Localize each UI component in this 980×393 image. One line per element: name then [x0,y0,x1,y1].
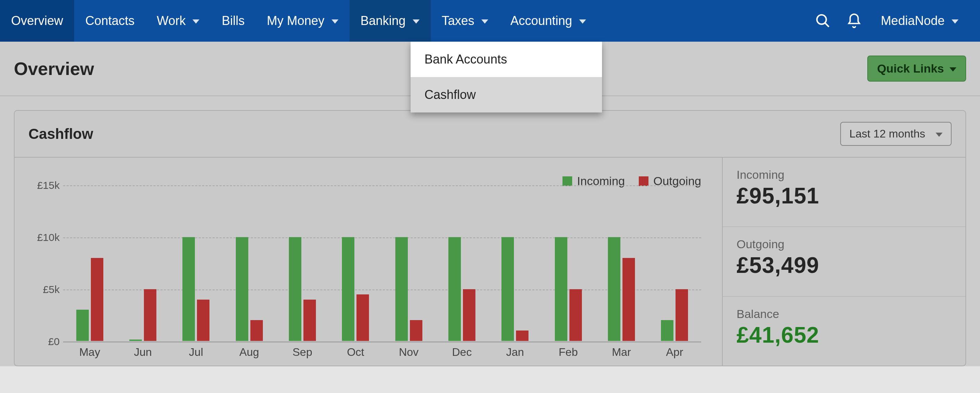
bar-outgoing[interactable] [410,320,422,341]
y-tick-label: £0 [29,336,60,348]
bar-incoming[interactable] [661,320,673,341]
bar-incoming[interactable] [342,237,355,341]
nav-label: My Money [267,14,324,28]
chevron-down-icon [579,19,586,24]
nav-contacts[interactable]: Contacts [74,0,146,42]
cashflow-chart: Incoming Outgoing £0£5k£10k£15k MayJunJu… [14,158,722,366]
x-tick-label: Feb [542,346,595,359]
menu-item-cashflow[interactable]: Cashflow [410,77,602,112]
bar-outgoing[interactable] [304,300,316,341]
chart-column-may [63,175,116,341]
bar-outgoing[interactable] [197,300,210,341]
x-tick-label: Jun [116,346,169,359]
menu-item-bank-accounts[interactable]: Bank Accounts [410,42,602,77]
nav-banking[interactable]: Banking [350,0,431,42]
bar-outgoing[interactable] [250,320,263,341]
chevron-down-icon [481,19,488,24]
chart-column-feb [542,175,595,341]
gridline [63,342,701,342]
x-tick-label: Dec [435,346,488,359]
bar-outgoing[interactable] [356,294,369,341]
company-name: MediaNode [881,14,945,28]
cashflow-summary: Incoming £95,151 Outgoing £53,499 Balanc… [722,158,966,366]
nav-label: Contacts [85,14,135,28]
summary-value: £41,652 [737,322,951,348]
nav-bills[interactable]: Bills [210,0,256,42]
quick-links-label: Quick Links [877,62,944,75]
summary-label: Outgoing [737,238,951,251]
nav-overview[interactable]: Overview [0,0,74,42]
nav-work[interactable]: Work [146,0,210,42]
chevron-down-icon [951,19,958,24]
period-label: Last 12 months [849,128,925,140]
bar-incoming[interactable] [555,237,567,341]
search-icon[interactable] [807,13,838,29]
chart-column-jan [488,175,542,341]
bar-outgoing[interactable] [91,258,103,341]
svg-line-1 [825,23,829,27]
bar-incoming[interactable] [289,237,301,341]
top-nav: OverviewContactsWorkBillsMy MoneyBanking… [0,0,980,42]
cashflow-card: Cashflow Last 12 months Incoming Outgoin… [14,110,966,366]
x-tick-label: Sep [276,346,329,359]
nav-taxes[interactable]: Taxes [431,0,500,42]
chevron-down-icon [192,19,199,24]
chevron-down-icon [950,67,956,72]
chart-column-aug [223,175,276,341]
bar-outgoing[interactable] [676,289,688,341]
summary-value: £53,499 [737,252,951,278]
summary-label: Incoming [737,168,951,182]
quick-links-button[interactable]: Quick Links [867,56,966,81]
chart-column-sep [276,175,329,341]
bar-incoming[interactable] [608,237,620,341]
summary-balance: Balance £41,652 [723,297,966,366]
x-tick-label: Aug [223,346,276,359]
svg-point-0 [817,15,826,24]
chart-column-jun [116,175,169,341]
bell-icon[interactable] [838,13,870,29]
bar-outgoing[interactable] [463,289,476,341]
nav-label: Work [157,14,186,28]
bar-incoming[interactable] [236,237,248,341]
nav-label: Accounting [511,14,572,28]
x-tick-label: Jul [170,346,223,359]
bar-incoming[interactable] [395,237,408,341]
x-tick-label: Mar [595,346,648,359]
chart-column-nov [382,175,435,341]
x-tick-label: Oct [329,346,382,359]
x-tick-label: Nov [382,346,435,359]
chart-column-mar [595,175,648,341]
bar-incoming[interactable] [129,340,142,341]
cashflow-title: Cashflow [29,126,93,142]
chart-column-oct [329,175,382,341]
y-tick-label: £10k [29,232,60,243]
x-tick-label: May [63,346,116,359]
nav-label: Bills [221,14,245,28]
chart-column-dec [435,175,488,341]
period-select[interactable]: Last 12 months [840,122,951,146]
banking-dropdown: Bank AccountsCashflow [410,42,602,112]
y-tick-label: £5k [29,284,60,296]
bar-incoming[interactable] [182,237,195,341]
bar-outgoing[interactable] [516,331,528,341]
chart-column-apr [648,175,701,341]
bar-incoming[interactable] [449,237,461,341]
summary-label: Balance [737,307,951,321]
bar-outgoing[interactable] [622,258,635,341]
chevron-down-icon [331,19,339,24]
nav-my-money[interactable]: My Money [256,0,349,42]
nav-accounting[interactable]: Accounting [500,0,597,42]
nav-label: Overview [11,14,63,28]
y-tick-label: £15k [29,179,60,191]
bar-incoming[interactable] [76,310,89,341]
chevron-down-icon [413,19,420,24]
x-tick-label: Apr [648,346,701,359]
chart-column-jul [170,175,223,341]
nav-label: Banking [361,14,406,28]
bar-incoming[interactable] [501,237,514,341]
x-tick-label: Jan [488,346,542,359]
summary-incoming: Incoming £95,151 [723,158,966,227]
bar-outgoing[interactable] [570,289,582,341]
bar-outgoing[interactable] [144,289,156,341]
company-switcher[interactable]: MediaNode [870,14,970,28]
